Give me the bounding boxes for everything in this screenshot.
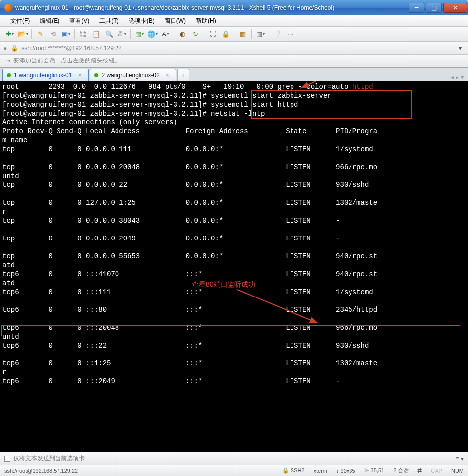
view-grid-button[interactable]: ▦ bbox=[237, 29, 248, 40]
highlight-port80-row bbox=[1, 325, 460, 336]
toolbar-separator bbox=[234, 29, 234, 39]
address-bar: ● 🔒 ssh://root:********@192.168.57.129:2… bbox=[0, 42, 468, 55]
ext-button[interactable]: ⋯ bbox=[285, 29, 296, 40]
terminal-text: root 2293 0.0 0.0 112676 984 pts/0 S+ 19… bbox=[2, 82, 466, 395]
terminal-output[interactable]: root 2293 0.0 0.0 112676 984 pts/0 S+ 19… bbox=[0, 81, 468, 452]
toolbar-separator bbox=[251, 29, 252, 39]
find-button[interactable]: 🔍 bbox=[104, 29, 115, 40]
maximize-button[interactable]: ▢ bbox=[426, 3, 442, 13]
tip-text: 要添加当前会话，点击左侧的箭头按钮。 bbox=[13, 57, 120, 65]
status-sessions: 2 会话 bbox=[393, 467, 409, 474]
menu-edit[interactable]: 编辑(E) bbox=[37, 16, 62, 26]
server-button[interactable]: ◐ bbox=[177, 29, 188, 40]
tab-prev-button[interactable]: ◂ bbox=[451, 74, 454, 81]
tab-session-2[interactable]: 2 wangrufienglinux-02 × bbox=[90, 69, 176, 81]
disconnect-button[interactable]: ⟲ bbox=[48, 29, 58, 40]
tab-label: 1 wangruifenglinux-01 bbox=[14, 72, 72, 79]
tab-close-button[interactable]: × bbox=[78, 72, 81, 79]
window-title: wangruifenglinux-01 - root@wangruifeng-0… bbox=[15, 4, 409, 11]
send-menu-button[interactable]: ≡ ▾ bbox=[456, 455, 464, 462]
lock-icon: 🔒 bbox=[11, 45, 18, 52]
tab-list-button[interactable]: ▾ bbox=[461, 74, 464, 81]
font-button[interactable]: A bbox=[160, 29, 171, 40]
menu-bar: 文件(F) 编辑(E) 查看(V) 工具(T) 选项卡(B) 窗口(W) 帮助(… bbox=[0, 15, 468, 27]
status-dot-icon bbox=[7, 73, 11, 77]
window-buttons: ━ ▢ ✕ bbox=[409, 3, 467, 13]
print-button[interactable]: 🖶 bbox=[117, 29, 127, 40]
status-connection: ssh://root@192.168.57.129:22 bbox=[4, 468, 273, 474]
globe-button[interactable]: 🌐 bbox=[147, 29, 158, 40]
session-url[interactable]: ssh://root:********@192.168.57.129:22 bbox=[21, 45, 121, 52]
fullscreen-button[interactable]: ⛶ bbox=[207, 29, 218, 40]
menu-file[interactable]: 文件(F) bbox=[7, 16, 33, 26]
new-tab-button[interactable]: + bbox=[177, 69, 189, 81]
title-bar: wangruifenglinux-01 - root@wangruifeng-0… bbox=[0, 0, 468, 15]
new-session-button[interactable]: ✚ bbox=[4, 29, 15, 40]
tab-nav: ◂ ▸ ▾ bbox=[451, 74, 466, 81]
status-ssh: 🔒 SSH2 bbox=[282, 467, 305, 474]
session-tab-bar: 1 wangruifenglinux-01 × 2 wangrufienglin… bbox=[0, 67, 468, 81]
toolbar-separator bbox=[130, 29, 131, 39]
status-term: xterm bbox=[313, 468, 327, 474]
tip-bar: ⇢ 要添加当前会话，点击左侧的箭头按钮。 bbox=[0, 55, 468, 67]
app-window: wangruifenglinux-01 - root@wangruifeng-0… bbox=[0, 0, 468, 476]
layout-button[interactable]: ▦ bbox=[134, 29, 145, 40]
send-bar: 仅将文本发送到当前选项卡 ≡ ▾ bbox=[0, 452, 468, 465]
menu-tools[interactable]: 工具(T) bbox=[96, 16, 121, 26]
menu-tab[interactable]: 选项卡(B) bbox=[126, 16, 158, 26]
tab-label: 2 wangrufienglinux-02 bbox=[101, 72, 159, 79]
send-toggle-checkbox[interactable] bbox=[4, 456, 10, 462]
toolbar-separator bbox=[174, 29, 174, 39]
highlight-commands-box bbox=[251, 90, 412, 119]
tab-next-button[interactable]: ▸ bbox=[456, 74, 459, 81]
help-button[interactable]: ❔ bbox=[272, 29, 283, 40]
tab-close-button[interactable]: × bbox=[166, 72, 169, 79]
status-net-icon: ⇄ bbox=[417, 467, 422, 474]
status-num: NUM bbox=[451, 468, 464, 474]
send-input[interactable]: 仅将文本发送到当前选项卡 bbox=[13, 454, 456, 463]
status-bar: ssh://root@192.168.57.129:22 🔒 SSH2 xter… bbox=[0, 465, 468, 476]
toolbar-separator bbox=[204, 29, 204, 39]
minimize-button[interactable]: ━ bbox=[409, 3, 424, 13]
copy-button[interactable]: ⿻ bbox=[78, 29, 89, 40]
status-cursor: ⊪ 35,51 bbox=[364, 467, 385, 474]
address-dropdown-button[interactable]: ▾ bbox=[459, 45, 462, 52]
open-session-button[interactable]: 📂 bbox=[17, 29, 28, 40]
lock-button[interactable]: 🔒 bbox=[220, 29, 231, 40]
paste-button[interactable]: 📋 bbox=[91, 29, 102, 40]
app-icon bbox=[4, 4, 12, 12]
status-dot-icon bbox=[94, 73, 98, 77]
properties-button[interactable]: ▣ bbox=[60, 29, 71, 40]
toolbar-separator bbox=[74, 29, 75, 39]
script-button[interactable]: ✎ bbox=[35, 29, 46, 40]
menu-view[interactable]: 查看(V) bbox=[66, 16, 92, 26]
menu-window[interactable]: 窗口(W) bbox=[162, 16, 189, 26]
tab-session-1[interactable]: 1 wangruifenglinux-01 × bbox=[2, 69, 89, 81]
menu-help[interactable]: 帮助(H) bbox=[193, 16, 219, 26]
annotation-port-ok: 查看80端口监听成功 bbox=[192, 280, 255, 289]
dot-icon: ● bbox=[3, 45, 7, 52]
toolbar-separator bbox=[269, 29, 269, 39]
tip-icon[interactable]: ⇢ bbox=[5, 58, 10, 64]
status-size: ↕ 90x35 bbox=[336, 468, 355, 474]
status-cap: CAP bbox=[431, 468, 442, 474]
toolbar: ✚ 📂 ✎ ⟲ ▣ ⿻ 📋 🔍 🖶 ▦ 🌐 A ◐ ↻ ⛶ 🔒 ▦ ▥ ❔ ⋯ bbox=[0, 27, 468, 42]
close-button[interactable]: ✕ bbox=[443, 3, 467, 13]
view-mode-button[interactable]: ▥ bbox=[255, 29, 266, 40]
refresh-button[interactable]: ↻ bbox=[190, 29, 201, 40]
toolbar-separator bbox=[31, 29, 32, 39]
